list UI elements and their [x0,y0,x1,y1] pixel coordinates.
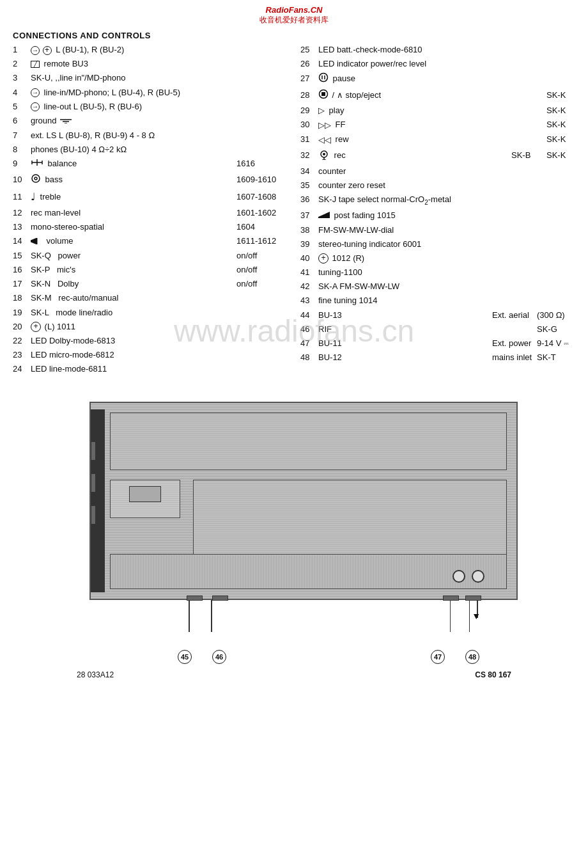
item-num: 28 [300,90,318,101]
columns-wrapper: 1 → + L (BU-1), R (BU-2) 2 ╱ remote BU3 … [0,43,588,376]
item-content: → line-in/MD-phono; L (BU-4), R (BU-5) [31,87,294,99]
item-content: SK-L mode line/radio [31,307,294,319]
item-code: on/off [236,264,294,276]
item-content: LED line-mode-6811 [31,363,294,375]
item-num: 37 [300,210,318,221]
diagram-section: ▼ 45 46 47 48 28 033A12 CS 80 167 [0,395,588,679]
site-sub: 收音机爱好者资料库 [0,15,588,26]
list-item: 36 SK-J tape select normal-CrO2-metal [300,193,582,209]
list-item: 39 stereo-tuning indicator 6001 [300,237,582,251]
list-item: 14 volume 1611-1612 [13,234,294,249]
list-item: 11 ♩ treble 1607-1608 [13,189,294,205]
item-num: 9 [13,158,31,170]
item-content: + 1012 (R) [318,253,582,264]
item-code: SK-K [546,150,582,161]
item-num: 18 [13,292,31,304]
item-num: 36 [300,194,318,205]
item-content: tuning-1100 [318,267,582,278]
list-item: 2 ╱ remote BU3 [13,57,294,71]
list-item: 18 SK-M rec-auto/manual [13,291,294,305]
item-content: SK-N Dolby [31,278,236,290]
item-num: 22 [13,335,31,347]
item-content: LED batt.-check-mode-6810 [318,44,582,56]
item-code: mains inlet [492,352,537,363]
item-num: 12 [13,207,31,219]
svg-point-4 [35,177,37,180]
item-code: (300 Ω) [537,310,582,321]
item-content: ext. LS L (BU-8), R (BU-9) 4 - 8 Ω [31,130,294,141]
item-code: 1607-1608 [236,191,294,203]
balance-icon [31,158,43,170]
bass-icon [31,173,41,187]
item-num: 41 [300,267,318,278]
item-num: 27 [300,73,318,84]
item-code: 9-14 V ⎓ [537,338,582,349]
item-num: 23 [13,349,31,361]
list-item: 40 + 1012 (R) [300,251,582,265]
left-column: 1 → + L (BU-1), R (BU-2) 2 ╱ remote BU3 … [6,43,294,376]
section-title: CONNECTIONS AND CONTROLS [0,27,588,43]
svg-marker-5 [31,238,37,244]
item-content: BU-12 [318,352,492,363]
item-content: bass [31,173,236,187]
item-code: 1616 [236,158,294,170]
item-num: 2 [13,58,31,70]
item-code: SK-K [546,119,582,130]
list-item: 34 counter [300,164,582,178]
svg-point-12 [323,153,325,155]
arrow-in-icon: → [31,88,40,97]
rew-icon: ◁◁ [318,134,331,146]
doc-number: 28 033A12 [77,670,114,679]
list-item: 8 phones (BU-10) 4 Ω÷2 kΩ [13,143,294,157]
list-item: 31 ◁◁ rew SK-K [300,132,582,147]
arrow-out-icon: → [31,102,40,111]
item-content: balance [31,158,236,170]
list-item: 17 SK-N Dolby on/off [13,277,294,291]
item-num: 17 [13,278,31,290]
item-num: 46 [300,324,318,335]
list-item: 5 → line-out L (BU-5), R (BU-6) [13,100,294,114]
item-code: SK-K [546,134,582,145]
item-num: 25 [300,44,318,56]
list-item: 29 ▷ play SK-K [300,104,582,118]
item-content: LED micro-mode-6812 [31,349,294,361]
item-content: mono-stereo-spatial [31,221,236,233]
item-content: post fading 1015 [318,210,582,222]
rec-icon [318,148,330,163]
item-num: 47 [300,338,318,349]
item-content: stereo-tuning indicator 6001 [318,239,582,250]
plus-circle-icon: + [31,322,41,332]
item-content: SK-J tape select normal-CrO2-metal [318,194,582,207]
site-name: RadioFans.CN [0,5,588,15]
list-item: 22 LED Dolby-mode-6813 [13,334,294,348]
list-item: 25 LED batt.-check-mode-6810 [300,43,582,57]
item-content: LED Dolby-mode-6813 [31,335,294,347]
volume-icon [31,236,42,248]
right-column: 25 LED batt.-check-mode-6810 26 LED indi… [294,43,582,376]
item-num: 8 [13,144,31,155]
list-item: 6 ground [13,114,294,129]
item-content: BU-11 [318,338,492,349]
item-num: 16 [13,264,31,276]
svg-point-3 [32,175,40,182]
list-item: 46 RIF SK-G [300,322,582,336]
diagram-label-46: 46 [212,650,226,664]
list-item: 24 LED line-mode-6811 [13,362,294,376]
item-code: SK-B [511,150,546,161]
item-content: counter [318,166,582,177]
item-num: 40 [300,253,318,264]
item-code: SK-K [546,90,582,101]
list-item: 35 counter zero reset [300,178,582,193]
item-num: 11 [13,191,31,203]
list-item: 15 SK-Q power on/off [13,249,294,263]
list-item: 1 → + L (BU-1), R (BU-2) [13,43,294,57]
item-content: ╱ remote BU3 [31,58,294,70]
item-content: fine tuning 1014 [318,295,582,306]
item-code: on/off [236,250,294,262]
item-num: 34 [300,166,318,177]
list-item: 13 mono-stereo-spatial 1604 [13,220,294,234]
list-item: 32 rec SK-B SK-K [300,147,582,164]
list-item: 19 SK-L mode line/radio [13,306,294,320]
list-item: 26 LED indicator power/rec level [300,57,582,71]
list-item: 23 LED micro-mode-6812 [13,348,294,362]
